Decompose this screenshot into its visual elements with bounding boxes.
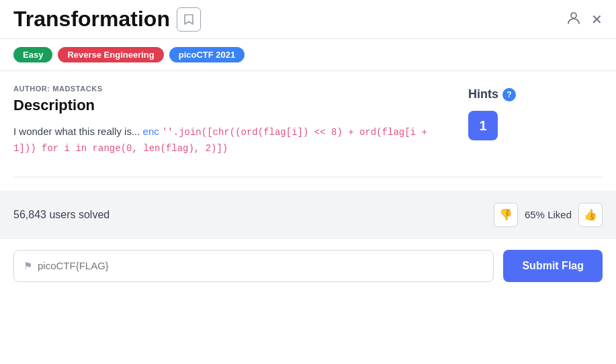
tag-easy[interactable]: Easy xyxy=(13,47,52,62)
author-label: AUTHOR: MADSTACKS xyxy=(13,85,455,93)
main-content: AUTHOR: MADSTACKS Description I wonder w… xyxy=(0,71,616,170)
submit-flag-button[interactable]: Submit Flag xyxy=(503,250,603,282)
close-button[interactable]: ✕ xyxy=(591,13,603,26)
liked-percent: 65% Liked xyxy=(525,209,572,220)
thumbs-up-icon: 👍 xyxy=(584,208,597,221)
hints-area: Hints ? 1 xyxy=(468,85,603,140)
hints-label: Hints xyxy=(468,87,498,101)
svg-point-0 xyxy=(571,13,576,18)
bookmark-button[interactable] xyxy=(177,7,201,32)
hints-title: Hints ? xyxy=(468,87,603,101)
top-bar: Transformation ✕ xyxy=(0,0,616,39)
user-icon xyxy=(566,10,582,26)
bookmark-icon xyxy=(183,13,194,26)
dislike-button[interactable]: 👎 xyxy=(494,203,518,227)
title-area: Transformation xyxy=(13,7,201,32)
user-profile-button[interactable] xyxy=(566,10,582,28)
flag-input[interactable] xyxy=(38,260,484,271)
left-panel: AUTHOR: MADSTACKS Description I wonder w… xyxy=(13,85,455,170)
description-heading: Description xyxy=(13,97,455,114)
hint-1-button[interactable]: 1 xyxy=(468,111,498,140)
page-title: Transformation xyxy=(13,7,170,32)
divider xyxy=(13,177,603,177)
like-area: 👎 65% Liked 👍 xyxy=(494,203,603,227)
tag-reverse-engineering[interactable]: Reverse Engineering xyxy=(58,47,163,62)
flag-icon: ⚑ xyxy=(24,260,32,272)
solved-count: 56,843 users solved xyxy=(13,209,109,221)
like-button[interactable]: 👍 xyxy=(578,203,603,227)
thumbs-down-icon: 👎 xyxy=(499,208,513,221)
top-right-actions: ✕ xyxy=(566,10,603,28)
stats-bar: 56,843 users solved 👎 65% Liked 👍 xyxy=(0,191,616,239)
hints-help-button[interactable]: ? xyxy=(502,88,516,101)
flag-input-wrapper: ⚑ xyxy=(13,250,494,282)
description-text-before: I wonder what this really is... xyxy=(13,126,143,137)
right-panel: Hints ? 1 xyxy=(468,85,603,170)
flag-submit-row: ⚑ Submit Flag xyxy=(0,239,616,293)
tags-row: Easy Reverse Engineering picoCTF 2021 xyxy=(0,39,616,71)
close-icon: ✕ xyxy=(591,12,603,27)
tag-picoctf[interactable]: picoCTF 2021 xyxy=(169,47,245,62)
enc-link[interactable]: enc xyxy=(143,126,159,137)
description-body: I wonder what this really is... enc ''.j… xyxy=(13,124,455,156)
